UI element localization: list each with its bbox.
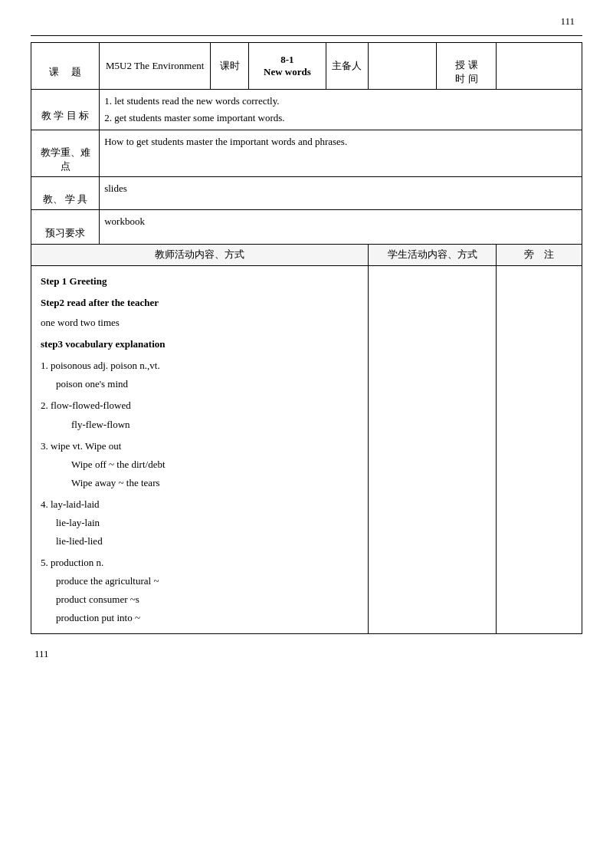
- objectives-row: 教 学 目 标 1. let students read the new wor…: [31, 90, 582, 130]
- lesson-plan-table: 课 题 M5U2 The Environment 课时 8-1 New word…: [31, 42, 582, 634]
- page-number-top: 111: [31, 15, 582, 28]
- key-row: 教学重、难点 How to get students master the im…: [31, 130, 582, 177]
- lesson-num-cell: 8-1 New words: [249, 43, 326, 90]
- notes-col-header: 旁 注: [497, 245, 582, 266]
- preparer-value-cell: [369, 43, 437, 90]
- notes-content-cell: [497, 266, 582, 634]
- student-col-header: 学生活动内容、方式: [369, 245, 497, 266]
- teacher-content-cell: Step 1 Greeting Step2 read after the tea…: [31, 266, 369, 634]
- main-content-row: Step 1 Greeting Step2 read after the tea…: [31, 266, 582, 634]
- lesson-label-cell: 课 题: [31, 43, 100, 90]
- course-name-cell: M5U2 The Environment: [100, 43, 211, 90]
- hour-label-cell: 课时: [211, 43, 249, 90]
- preview-label-cell: 预习要求: [31, 210, 100, 245]
- tools-row: 教、 学 具 slides: [31, 177, 582, 210]
- key-content-cell: How to get students master the important…: [100, 130, 582, 177]
- columns-header-row: 教师活动内容、方式 学生活动内容、方式 旁 注: [31, 245, 582, 266]
- tools-content-cell: slides: [100, 177, 582, 210]
- header-row: 课 题 M5U2 The Environment 课时 8-1 New word…: [31, 43, 582, 90]
- key-label-cell: 教学重、难点: [31, 130, 100, 177]
- preparer-label-cell: 主备人: [326, 43, 369, 90]
- preview-content-cell: workbook: [100, 210, 582, 245]
- student-content-cell: [369, 266, 497, 634]
- objectives-label-cell: 教 学 目 标: [31, 90, 100, 130]
- teach-time-label-cell: 授 课 时 间: [437, 43, 497, 90]
- preview-row: 预习要求 workbook: [31, 210, 582, 245]
- objectives-content-cell: 1. let students read the new words corre…: [100, 90, 582, 130]
- tools-label-cell: 教、 学 具: [31, 177, 100, 210]
- page-number-bottom: 111: [31, 648, 582, 660]
- teach-time-value-cell: [497, 43, 582, 90]
- teacher-col-header: 教师活动内容、方式: [31, 245, 369, 266]
